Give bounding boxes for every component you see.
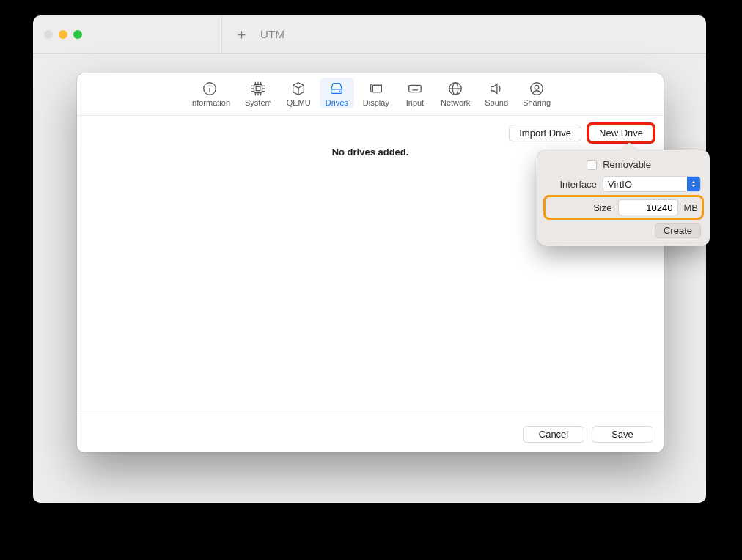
tab-information[interactable]: Information: [184, 78, 236, 108]
size-label: Size: [593, 202, 611, 213]
annotation-highlight-orange: Size MB: [546, 198, 701, 217]
cancel-button[interactable]: Cancel: [523, 426, 584, 443]
new-drive-popover: Removable Interface VirtIO Size MB Creat…: [537, 150, 710, 246]
tab-display[interactable]: Display: [357, 78, 395, 108]
app-title: UTM: [260, 28, 284, 40]
titlebar: ＋ UTM: [33, 15, 706, 54]
tab-label: Information: [190, 98, 230, 107]
svg-point-32: [535, 85, 539, 89]
keyboard-icon: [407, 81, 423, 97]
create-row: Create: [546, 223, 701, 238]
size-unit: MB: [684, 202, 699, 213]
tab-label: System: [245, 98, 272, 107]
plus-icon: ＋: [235, 25, 249, 44]
new-drive-button[interactable]: New Drive: [589, 125, 653, 141]
zoom-window-button[interactable]: [73, 30, 82, 39]
chevron-updown-icon: [687, 177, 700, 191]
tab-label: Sharing: [523, 98, 551, 107]
tab-label: Network: [441, 98, 470, 107]
tab-network[interactable]: Network: [435, 78, 476, 108]
interface-label: Interface: [559, 179, 597, 190]
window-controls: [33, 30, 82, 39]
cpu-icon: [250, 81, 266, 97]
removable-checkbox[interactable]: [587, 160, 597, 170]
tab-label: Input: [406, 98, 424, 107]
drive-actions: Import Drive New Drive: [509, 125, 653, 141]
settings-sheet: Information System QEMU Drives Display: [77, 73, 664, 452]
display-icon: [368, 81, 384, 97]
settings-tabbar: Information System QEMU Drives Display: [77, 73, 664, 116]
info-icon: [202, 81, 218, 97]
size-input[interactable]: [618, 199, 678, 215]
person-icon: [529, 81, 545, 97]
import-drive-button[interactable]: Import Drive: [509, 125, 581, 141]
svg-rect-21: [409, 85, 422, 92]
create-button[interactable]: Create: [655, 223, 701, 238]
svg-point-2: [210, 85, 210, 86]
close-window-button[interactable]: [44, 30, 53, 39]
svg-rect-4: [257, 86, 261, 91]
tab-qemu[interactable]: QEMU: [281, 78, 317, 108]
interface-row: Interface VirtIO: [546, 176, 701, 192]
minimize-window-button[interactable]: [59, 30, 67, 39]
removable-label: Removable: [603, 159, 651, 170]
tab-system[interactable]: System: [239, 78, 278, 108]
svg-point-18: [339, 91, 341, 92]
add-button[interactable]: ＋: [232, 26, 250, 43]
tab-drives[interactable]: Drives: [320, 78, 354, 108]
drive-icon: [328, 81, 345, 97]
tab-sharing[interactable]: Sharing: [517, 78, 556, 108]
tab-label: Drives: [326, 98, 348, 107]
annotation-highlight-red: New Drive: [589, 125, 653, 141]
save-button[interactable]: Save: [592, 426, 653, 443]
svg-rect-20: [372, 85, 381, 92]
svg-rect-3: [254, 85, 262, 93]
removable-row: Removable: [546, 159, 701, 170]
interface-value: VirtIO: [608, 179, 632, 190]
tab-label: Display: [363, 98, 389, 107]
titlebar-divider: [221, 15, 222, 53]
interface-select[interactable]: VirtIO: [603, 176, 701, 192]
tab-input[interactable]: Input: [398, 78, 432, 108]
tab-label: QEMU: [287, 98, 311, 107]
cube-icon: [290, 81, 306, 97]
globe-icon: [447, 81, 463, 97]
tab-label: Sound: [485, 98, 508, 107]
speaker-icon: [488, 81, 504, 97]
tab-sound[interactable]: Sound: [479, 78, 514, 108]
sheet-footer: Cancel Save: [77, 416, 664, 452]
